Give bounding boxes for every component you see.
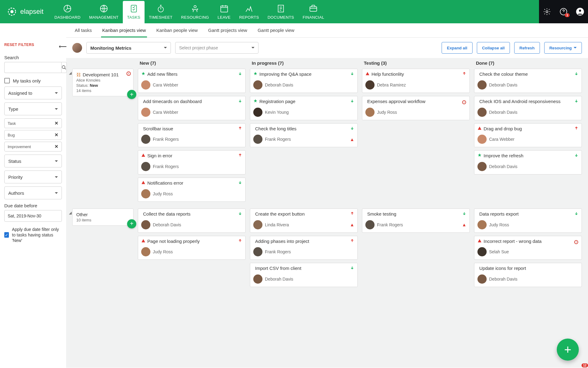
task-card[interactable]: Scrollbar issueFrank Rogers (138, 123, 246, 148)
task-card[interactable]: Improving the Q&A spaceDeborah Davis (250, 69, 358, 93)
task-card[interactable]: Create the export buttonLinda Rivera▲ (250, 209, 358, 233)
subtab-kanban-projects-view[interactable]: Kanban projects view (101, 23, 147, 37)
my-tasks-checkbox[interactable]: My tasks only (4, 78, 62, 83)
task-type-icon (477, 153, 482, 158)
assignee-avatar (477, 274, 487, 284)
task-card[interactable]: Notifications errorJudy Ross (138, 178, 246, 202)
search-input[interactable] (4, 62, 61, 73)
task-card[interactable]: Data reports exportJudy Ross (474, 209, 582, 233)
task-card[interactable]: Drag and drop bugCara Webber (474, 123, 582, 148)
priority-dropdown[interactable]: Priority (4, 171, 62, 183)
settings-gear-icon[interactable] (541, 6, 553, 18)
priority-icon (350, 71, 354, 77)
task-card[interactable]: Check the colour themeDeborah Davis (474, 69, 582, 93)
task-card[interactable]: Help functionlityDebra Ramirez (362, 69, 470, 93)
task-card[interactable]: Page not loading properlyJudy Ross (138, 236, 246, 260)
help-icon[interactable]: 1 (557, 6, 570, 18)
task-card[interactable]: Check the long titlesFrank Rogers▲ (250, 123, 358, 148)
subtab-gantt-projects-view[interactable]: Gantt projects view (207, 23, 249, 37)
add-to-lane-button[interactable]: + (127, 219, 136, 228)
brand[interactable]: elapseit (0, 0, 50, 23)
task-card[interactable]: Check IOS and Android responsivenessDebo… (474, 96, 582, 120)
priority-icon (350, 239, 354, 244)
priority-icon (574, 211, 579, 217)
collapse-all-button[interactable]: Collapse all (477, 42, 510, 54)
subtab-gantt-people-view[interactable]: Gantt people view (256, 23, 296, 37)
nav-resourcing[interactable]: RESOURCING (177, 1, 213, 23)
assignee-name: Kevin Young (265, 110, 289, 115)
alerts-calendar-badge: 12 (582, 363, 588, 367)
nav-leave[interactable]: LEAVE (213, 1, 235, 23)
reset-filters-link[interactable]: RESET FILTERS (4, 43, 34, 47)
type-chip-task[interactable]: Task✕ (4, 118, 62, 128)
nav-documents[interactable]: DOCUMENTS (263, 1, 298, 23)
type-dropdown[interactable]: Type (4, 102, 62, 115)
subtab-kanban-people-view[interactable]: Kanban people view (155, 23, 199, 37)
task-card[interactable]: Add new filtersCara Webber (138, 69, 246, 93)
task-card[interactable]: Import CSV from clientDeborah Davis (250, 263, 358, 287)
nav-reports[interactable]: REPORTS (235, 1, 263, 23)
help-badge: 1 (565, 13, 570, 17)
nav-tasks[interactable]: TASKS (123, 1, 145, 23)
project-avatar[interactable] (72, 43, 82, 53)
warning-icon: ▲ (350, 222, 354, 227)
assignee-name: Judy Ross (489, 222, 509, 227)
assignee-avatar (141, 189, 150, 198)
nav-dashboard[interactable]: DASHBOARD (50, 1, 85, 23)
task-type-icon (141, 239, 145, 244)
remove-chip-icon[interactable]: ✕ (55, 144, 58, 149)
lane-header[interactable]: ◢Other10 items+ (72, 209, 134, 226)
collapse-lane-icon[interactable]: ◢ (69, 71, 72, 75)
remove-chip-icon[interactable]: ✕ (55, 121, 58, 126)
priority-icon (238, 126, 242, 131)
task-card[interactable]: Add timecards on dashboardCara Webber (138, 96, 246, 120)
collapse-sidebar-icon[interactable]: ⟵ (59, 43, 67, 50)
type-chip-improvement[interactable]: Improvement✕ (4, 142, 62, 151)
remove-chip-icon[interactable]: ✕ (55, 132, 58, 138)
nav-financial[interactable]: FINANCIAL (298, 1, 329, 23)
task-card[interactable]: Collect the data reportsDeborah Davis (138, 209, 246, 233)
add-to-lane-button[interactable]: + (127, 90, 136, 99)
task-card[interactable]: Expenses approval workflow!Judy Ross (362, 96, 470, 120)
task-title: Scrollbar issue (143, 126, 236, 132)
task-type-icon (477, 239, 482, 244)
due-date-input[interactable]: Sat, 2019-Nov-30 (4, 210, 62, 222)
priority-icon (350, 99, 354, 104)
search-button[interactable] (61, 62, 67, 73)
task-card[interactable]: Incorrect report - wrong data!Selah Sue (474, 236, 582, 260)
task-card[interactable]: Adding phases into projectFrank Rogers (250, 236, 358, 260)
resourcing-button[interactable]: Resourcing (544, 42, 582, 54)
task-title: Improve the refresh (484, 153, 572, 159)
nav-management[interactable]: MANAGEMENT (85, 1, 123, 23)
task-title: Adding phases into project (255, 239, 348, 244)
task-card[interactable]: Registration pageKevin Young (250, 96, 358, 120)
expand-all-button[interactable]: Expand all (442, 42, 473, 54)
task-type-icon (365, 71, 370, 77)
refresh-button[interactable]: Refresh (514, 42, 540, 54)
project-select[interactable]: Monitoring Metrics (86, 42, 171, 54)
status-dropdown[interactable]: Status (4, 155, 62, 167)
apply-due-date-checkbox[interactable]: ✓Apply due date filter only to tasks hav… (4, 227, 62, 243)
assigned-to-dropdown[interactable]: Assigned to (4, 86, 62, 99)
notification-area: 42 12 (527, 0, 539, 23)
lane-header[interactable]: ◢⛓Development 101Alice KnnolesStatus: Ne… (72, 69, 134, 96)
assignee-avatar (365, 220, 375, 229)
assignee-avatar (141, 247, 150, 256)
type-chip-bug[interactable]: Bug✕ (4, 130, 62, 140)
nav-timesheet[interactable]: TIMESHEET (145, 1, 177, 23)
authors-dropdown[interactable]: Authors (4, 186, 62, 199)
task-type-icon (477, 126, 482, 131)
task-card[interactable]: Update icons for reportDeborah Davis (474, 263, 582, 287)
task-card[interactable]: Improve the refreshDeborah Davis (474, 150, 582, 174)
collapse-lane-icon[interactable]: ◢ (69, 211, 72, 215)
task-card[interactable]: Smoke testingFrank Rogers▲ (362, 209, 470, 233)
profile-avatar-icon[interactable] (574, 6, 586, 18)
add-task-fab[interactable]: + (557, 339, 579, 361)
svg-rect-4 (131, 5, 137, 12)
subtab-all-tasks[interactable]: All tasks (74, 23, 93, 37)
task-card[interactable]: Sign in errorFrank Rogers (138, 150, 246, 174)
assignee-avatar (477, 247, 487, 256)
assignee-avatar (477, 162, 487, 171)
kanban-column: Add new filtersCara WebberAdd timecards … (138, 69, 246, 202)
phase-select[interactable]: Select project phase (175, 42, 258, 54)
